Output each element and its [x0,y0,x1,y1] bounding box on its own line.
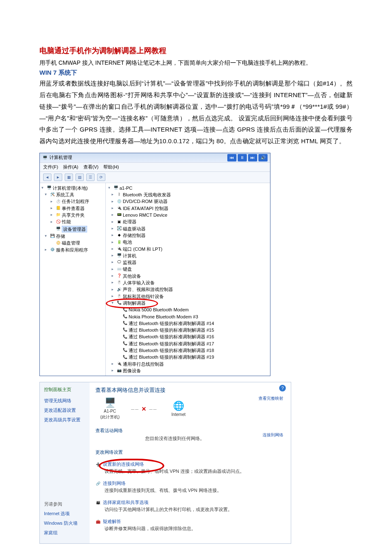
tree-root[interactable]: 计算机管理(本地) [53,185,88,191]
modem-item[interactable]: 通过 Bluetooth 链接的标准调制解调器 #14 [129,320,214,326]
nav-back-icon[interactable]: ◄ [43,174,51,181]
homegroup-icon: 👪 [95,500,100,505]
tree-services[interactable]: 服务和应用程序 [56,247,88,253]
device-cat[interactable]: DVD/CD-ROM 驱动器 [123,198,168,204]
modem-item[interactable]: Nokia Phone Bluetooth Modem #3 [129,314,198,320]
net-line: ── ✕ ── [131,406,157,412]
device-cat[interactable]: 通用串行总线控制器 [123,361,164,367]
task-new-connection[interactable]: 设置新的连接或网络 [103,461,144,467]
device-cat[interactable]: 图像设备 [123,368,141,374]
computer-cat-icon: 🖥️ [117,254,122,258]
nc-title: 查看基本网络信息并设置连接 [95,386,285,394]
menu-view[interactable]: 查看(V) [83,164,99,170]
device-cat[interactable]: 监视器 [123,259,136,265]
screenshot-network-center: 控制面板主页 管理无线网络 更改适配器设置 更改高级共享设置 另请参阅 Inte… [39,382,291,544]
event-icon: 📒 [56,206,61,210]
pc-icon: 🖥️ [113,186,118,191]
media-prev-icon[interactable]: ⏮ [227,154,236,161]
menu-help[interactable]: 帮助(H) [103,164,119,170]
keyboard-icon: ⌨️ [117,267,122,271]
doc-body: 用蓝牙或者数据线连接好电脑以后到“计算机”—“设备管理器”中找到你手机的调制解调… [39,78,353,147]
device-mgr-icon: 🖥️ [56,227,61,231]
device-cat[interactable]: IDE ATA/ATAPI 控制器 [123,205,168,211]
see-also-link[interactable]: 家庭组 [44,530,85,536]
tree-item[interactable]: 事件查看器 [62,205,85,211]
modem-item[interactable]: 通过 Bluetooth 链接的标准调制解调器 #19 [129,354,214,360]
tree-item[interactable]: 任务计划程序 [62,198,89,204]
device-cat[interactable]: 人体学输入设备 [123,280,155,286]
device-cat[interactable]: 磁盘驱动器 [123,226,146,232]
task-desc: 连接到或重新连接到无线、有线、拨号或 VPN 网络连接。 [95,487,285,494]
device-cat[interactable]: 端口 (COM 和 LPT) [123,246,162,252]
left-link[interactable]: 更改高级共享设置 [44,417,85,423]
media-next-icon[interactable]: ⏭ [248,154,257,161]
disk-drive-icon: 💽 [117,226,122,231]
toolbar: ◄ ► ▦ ▤ ☰ ⟳ [40,172,270,183]
device-cat[interactable]: 鼠标和其他指针设备 [123,293,164,299]
modem-item[interactable]: 通过 Bluetooth 链接的标准调制解调器 #17 [129,341,214,347]
see-also-link[interactable]: Internet 选项 [44,511,85,517]
device-root[interactable]: a1-PC [119,185,132,191]
nav-forward-icon[interactable]: ► [54,174,62,181]
usb-icon: 🔌 [117,362,122,366]
media-sound-icon[interactable]: 🔊 [258,154,268,161]
modem-item[interactable]: 通过 Bluetooth 链接的标准调制解调器 #15 [129,327,214,333]
cpu-icon: ▣ [117,220,122,224]
device-cat[interactable]: 计算机 [123,253,136,259]
active-net-hdr: 查看活动网络 [95,428,285,434]
device-cat[interactable]: Lenovo RMCT Device [123,212,167,218]
computer-icon: 🖥️ [46,186,51,191]
network-map: 🖥️ A1-PC (此计算机) ── ✕ ── 🌐 Internet [95,397,285,420]
menu-action[interactable]: 操作(A) [63,164,78,170]
connect-network-link[interactable]: 连接到网络 [263,432,283,438]
device-cat[interactable]: 其他设备 [123,273,141,279]
left-link[interactable]: 管理无线网络 [44,398,85,404]
tree-storage[interactable]: 存储 [56,233,65,239]
modem-item[interactable]: 通过 Bluetooth 链接的标准调制解调器 #16 [129,334,214,340]
tree-disk[interactable]: 磁盘管理 [62,240,80,246]
task-homegroup[interactable]: 选择家庭组和共享选项 [103,499,149,506]
modem-icon: 📞 [117,301,122,306]
modem-item[interactable]: Nokia 5000 Bluetooth Modem [129,307,189,313]
modem-item[interactable]: 通过 Bluetooth 链接的标准调制解调器 #18 [129,347,214,353]
media-pause-icon[interactable]: ⏸ [238,154,247,161]
tree-item-device-manager[interactable]: 设备管理器 [62,226,87,232]
task-icon: ⏱️ [56,199,61,204]
lenovo-icon: 📟 [117,213,122,218]
see-also-hdr: 另请参阅 [44,501,85,507]
device-cat[interactable]: 处理器 [123,219,136,225]
menu-file[interactable]: 文件(F) [43,164,58,170]
see-also-link[interactable]: Windows 防火墙 [44,520,85,526]
connect-icon: 🔗 [95,481,100,486]
sound-icon: 🔊 [117,287,122,292]
dvd-icon: 💿 [117,199,122,204]
tool-icon[interactable]: ▦ [65,174,73,181]
change-net-hdr: 更改网络设置 [95,449,285,455]
device-cat[interactable]: 键盘 [123,266,132,272]
tool-icon[interactable]: ☰ [86,174,95,181]
ide-icon: 🔌 [117,206,122,210]
device-cat[interactable]: Bluetooth 无线电收发器 [123,192,171,198]
refresh-icon[interactable]: ⟳ [97,174,105,181]
left-link[interactable]: 更改适配器设置 [44,407,85,413]
mouse-icon: 🖱️ [117,294,122,298]
perf-icon: 🚫 [56,220,61,224]
task-connect[interactable]: 连接到网络 [103,480,126,487]
task-troubleshoot[interactable]: 疑难解答 [103,518,121,525]
device-cat[interactable]: 电池 [123,239,132,245]
storage-icon: 💾 [50,234,55,239]
pc-node-name: A1-PC [104,409,116,413]
tree-systools[interactable]: 系统工具 [56,192,74,198]
tree-item[interactable]: 共享文件夹 [62,212,85,218]
hid-icon: 🖱️ [117,281,122,285]
modem-item-icon: 📞 [122,321,127,325]
device-cat[interactable]: 声音、视频和游戏控制器 [123,286,173,292]
device-cat-modems[interactable]: 调制解调器 [123,300,146,306]
view-full-map-link[interactable]: 查看完整映射 [258,396,283,401]
tool-icon[interactable]: ▤ [75,174,84,181]
device-cat[interactable]: 存储控制器 [123,232,146,238]
monitor-icon: 🖵 [117,260,122,265]
modem-item-icon: 📞 [122,314,127,319]
tree-item[interactable]: 性能 [62,219,71,225]
cp-home[interactable]: 控制面板主页 [44,386,85,393]
